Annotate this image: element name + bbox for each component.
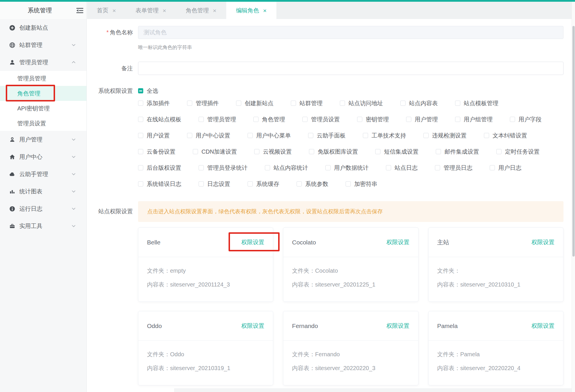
role-name-input[interactable]: 测试角色 [138, 26, 563, 39]
permission-checkbox[interactable]: 管理员日志 [435, 164, 472, 172]
permission-checkbox[interactable]: CDN加速设置 [193, 148, 237, 156]
permission-checkbox[interactable]: 用户管理 [406, 116, 438, 123]
sidebar-item-run-logs[interactable]: 运行日志 [0, 200, 86, 217]
sidebar-item-cloud-assistant[interactable]: 云助手管理 [0, 165, 86, 183]
permission-checkbox[interactable]: 角色管理 [253, 116, 285, 123]
permission-checkbox[interactable]: 站点日志 [386, 164, 418, 172]
checkbox-icon [455, 117, 460, 122]
permission-checkbox[interactable]: 用户中心设置 [187, 132, 230, 140]
permission-checkbox[interactable]: 添加插件 [138, 99, 170, 107]
sidebar-item-statistics[interactable]: 统计图表 [0, 183, 86, 200]
permission-checkbox[interactable]: 文本纠错设置 [484, 132, 527, 140]
permission-checkbox[interactable]: 工单技术支持 [363, 132, 406, 140]
menu-fold-icon[interactable] [76, 7, 84, 14]
permission-checkbox[interactable]: 站点内容统计 [265, 164, 308, 172]
sidebar-item-label: 运行日志 [19, 205, 42, 213]
permission-checkbox[interactable]: 加密符串 [346, 180, 377, 188]
permission-label: 站点访问地址 [348, 99, 383, 107]
permission-checkbox[interactable]: 站群管理 [291, 99, 323, 107]
permission-checkbox[interactable]: 用户设置 [138, 132, 170, 140]
permission-checkbox[interactable]: 云助手面板 [308, 132, 346, 140]
permission-label: 用户中心菜单 [256, 132, 291, 140]
tab-role-management[interactable]: 角色管理 × [176, 2, 226, 19]
sidebar-item-admin-management[interactable]: 管理员管理 [0, 54, 86, 71]
close-icon[interactable]: × [163, 7, 166, 14]
permission-settings-link[interactable]: 权限设置 [531, 238, 555, 246]
vertical-scrollbar[interactable] [572, 2, 575, 392]
permission-checkbox[interactable]: 日志设置 [199, 180, 230, 188]
permission-checkbox[interactable]: 站点模板管理 [455, 99, 498, 107]
permission-checkbox[interactable]: 用户字段 [510, 116, 542, 123]
permission-checkbox[interactable]: 定时任务设置 [496, 148, 540, 156]
remark-input[interactable] [138, 62, 563, 75]
permission-settings-link[interactable]: 权限设置 [387, 322, 410, 330]
site-card-main: 主站 权限设置 文件夹： 内容表：siteserver_20210310_1 [428, 227, 563, 302]
permission-checkbox[interactable]: 短信集成设置 [375, 148, 418, 156]
permission-checkbox[interactable]: 管理员管理 [199, 116, 236, 123]
checkbox-icon [308, 133, 313, 138]
home-icon [9, 154, 15, 160]
select-all-checkbox[interactable]: 全选 [138, 87, 158, 95]
permission-settings-link[interactable]: 权限设置 [387, 238, 410, 246]
table-label: 内容表： [292, 365, 315, 371]
site-card-belle: Belle 权限设置 文件夹：empty 内容表：siteserver_2020… [138, 227, 273, 302]
permission-checkbox[interactable]: 密钥管理 [357, 116, 389, 123]
edit-role-form: *角色名称 测试角色 唯一标识此角色的字符串 备注 系统权限设置 [87, 19, 575, 392]
permission-checkbox[interactable]: 用户日志 [490, 164, 521, 172]
permission-checkbox[interactable]: 用户中心菜单 [248, 132, 291, 140]
permission-settings-link[interactable]: 权限设置 [531, 322, 555, 330]
close-icon[interactable]: × [263, 7, 267, 14]
permission-label: 站群管理 [299, 99, 323, 107]
sidebar-item-label: 管理员管理 [19, 59, 48, 66]
main-area: 首页 × 表单管理 × 角色管理 × 编辑角色 × *角色名称 [87, 2, 575, 392]
sidebar-item-create-site[interactable]: 创建新站点 [0, 19, 86, 36]
close-icon[interactable]: × [213, 7, 216, 14]
sidebar-item-user-center[interactable]: 用户中心 [0, 148, 86, 165]
checkbox-icon [400, 101, 406, 106]
tab-home[interactable]: 首页 × [87, 2, 126, 19]
permission-checkbox[interactable]: 创建新站点 [236, 99, 274, 107]
sidebar-item-utilities[interactable]: 实用工具 [0, 217, 86, 235]
permission-checkbox[interactable]: 后台版权设置 [138, 164, 181, 172]
permission-label: 用户组管理 [464, 116, 493, 123]
permission-checkbox[interactable]: 用户数据统计 [325, 164, 369, 172]
permission-label: 用户中心设置 [196, 132, 230, 140]
permission-row: 云备份设置 CDN加速设置 云视频设置 免版权图库设置 短信集成设置 邮件集成设… [138, 144, 563, 160]
tab-bar: 首页 × 表单管理 × 角色管理 × 编辑角色 × [87, 2, 575, 19]
permission-checkbox[interactable]: 免版权图库设置 [309, 148, 358, 156]
permission-settings-link[interactable]: 权限设置 [241, 322, 264, 330]
sidebar-subitem-admin-settings[interactable]: 管理员设置 [0, 116, 86, 131]
site-name: Cocolato [292, 239, 316, 246]
permission-checkbox[interactable]: 管理员登录统计 [199, 164, 248, 172]
sidebar-subitem-role-management[interactable]: 角色管理 [0, 86, 86, 101]
sidebar-item-label: 用户中心 [19, 153, 42, 161]
permission-checkbox[interactable]: 站点访问地址 [340, 99, 383, 107]
permission-checkbox[interactable]: 邮件集成设置 [436, 148, 479, 156]
permission-checkbox[interactable]: 用户组管理 [455, 116, 493, 123]
permission-checkbox[interactable]: 云视频设置 [254, 148, 292, 156]
tab-edit-role[interactable]: 编辑角色 × [226, 2, 276, 19]
sidebar-subitem-admin-management[interactable]: 管理员管理 [0, 71, 86, 86]
sidebar-item-user-management[interactable]: 用户管理 [0, 131, 86, 148]
permission-checkbox[interactable]: 系统缓存 [248, 180, 279, 188]
sidebar-item-site-group[interactable]: 站群管理 [0, 36, 86, 54]
checkbox-icon [199, 117, 204, 122]
permission-checkbox[interactable]: 在线站点模板 [138, 116, 181, 123]
permission-checkbox[interactable]: 云备份设置 [138, 148, 176, 156]
permission-checkbox[interactable]: 系统参数 [297, 180, 328, 188]
permission-checkbox[interactable]: 违规检测设置 [423, 132, 467, 140]
role-name-label: *角色名称 [97, 26, 133, 51]
permission-checkbox[interactable]: 系统错误日志 [138, 180, 181, 188]
sidebar-subitem-api-key[interactable]: API密钥管理 [0, 101, 86, 116]
permission-checkbox[interactable]: 站点内容表 [400, 99, 438, 107]
permission-settings-link[interactable]: 权限设置 [241, 238, 264, 246]
close-icon[interactable]: × [112, 7, 116, 14]
folder-value: Oddo [170, 351, 184, 357]
page: 系统管理 创建新站点 站群管理 [0, 0, 575, 392]
scrollbar-thumb[interactable] [572, 26, 575, 257]
permission-checkbox[interactable]: 管理员设置 [302, 116, 340, 123]
chevron-down-icon [72, 156, 76, 158]
permission-checkbox[interactable]: 管理插件 [187, 99, 219, 107]
tab-form-management[interactable]: 表单管理 × [126, 2, 176, 19]
permission-label: 免版权图库设置 [318, 148, 358, 156]
